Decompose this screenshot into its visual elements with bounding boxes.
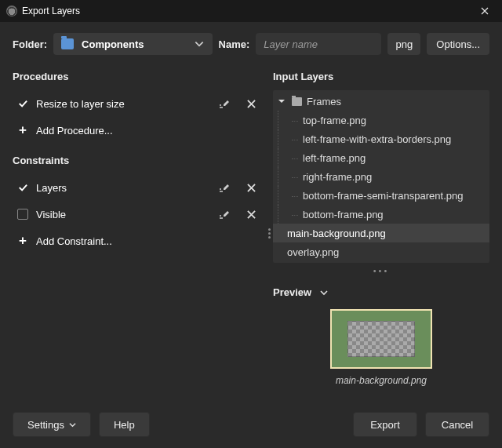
app-icon (6, 5, 17, 16)
tree-item-label: left-frame-with-extra-borders.png (303, 133, 451, 145)
tree-item-label: bottom-frame-semi-transparent.png (303, 190, 463, 202)
tree-item[interactable]: left-frame-with-extra-borders.png (273, 129, 489, 148)
cancel-button[interactable]: Cancel (425, 412, 489, 437)
chevron-down-icon (69, 421, 76, 428)
input-layers-title: Input Layers (273, 71, 489, 82)
procedure-label: Resize to layer size (36, 98, 125, 110)
constraint-label: Visible (36, 209, 66, 220)
tree-item[interactable]: right-frame.png (273, 167, 489, 186)
checkbox-icon[interactable] (17, 98, 28, 109)
tree-item[interactable]: top-frame.png (273, 111, 489, 129)
folder-dropdown[interactable]: Components (53, 33, 213, 55)
tree-item[interactable]: bottom-frame-semi-transparent.png (273, 186, 489, 205)
window-title: Export Layers (22, 5, 80, 16)
plus-icon: + (17, 125, 28, 136)
remove-button[interactable] (240, 177, 262, 199)
tree-item-label: bottom-frame.png (303, 209, 384, 220)
top-row: Folder: Components Name: png Options... (0, 22, 502, 64)
preview-thumbnail (330, 309, 432, 369)
tree-item[interactable]: bottom-frame.png (273, 205, 489, 224)
tree-item-label: left-frame.png (303, 152, 366, 164)
tree-folder-row[interactable]: Frames (273, 92, 489, 111)
pencil-lines-icon (218, 181, 231, 194)
add-constraint-button[interactable]: + Add Constraint... (13, 228, 262, 254)
remove-button[interactable] (240, 203, 262, 225)
remove-button[interactable] (240, 93, 262, 115)
tree-folder-label: Frames (307, 96, 341, 107)
pencil-lines-icon (218, 208, 231, 220)
name-input[interactable] (256, 33, 381, 55)
drag-handle-icon[interactable] (265, 228, 274, 239)
title-bar: Export Layers (0, 0, 502, 22)
plus-icon: + (17, 235, 28, 246)
add-procedure-label: Add Procedure... (36, 125, 113, 137)
procedure-item[interactable]: Resize to layer size (13, 90, 262, 117)
name-label: Name: (219, 38, 250, 50)
procedures-title: Procedures (13, 71, 262, 82)
tree-item[interactable]: left-frame.png (273, 148, 489, 167)
chevron-down-icon (319, 288, 329, 297)
pencil-lines-icon (218, 97, 231, 110)
help-button[interactable]: Help (99, 412, 150, 437)
constraint-item[interactable]: Layers (13, 174, 262, 201)
edit-button[interactable] (213, 203, 235, 225)
layer-tree: Frames top-frame.png left-frame-with-ext… (273, 90, 489, 263)
tree-item-label: right-frame.png (303, 171, 372, 183)
extension-dropdown[interactable]: png (387, 33, 420, 55)
export-button[interactable]: Export (353, 412, 417, 437)
constraint-item[interactable]: Visible (13, 201, 262, 228)
x-icon (247, 210, 256, 219)
x-icon (247, 100, 256, 108)
checkbox-icon[interactable] (17, 209, 28, 220)
tree-item-selected[interactable]: main-background.png (273, 224, 489, 242)
x-icon (247, 184, 256, 192)
folder-value: Components (82, 38, 186, 50)
tree-item-label: top-frame.png (303, 115, 366, 126)
add-constraint-label: Add Constraint... (36, 235, 112, 247)
edit-button[interactable] (213, 177, 235, 199)
more-indicator: ••• (273, 266, 489, 275)
footer: Settings Help Export Cancel (0, 401, 502, 448)
tree-item-label: main-background.png (287, 228, 386, 239)
constraints-title: Constraints (13, 155, 262, 166)
add-procedure-button[interactable]: + Add Procedure... (13, 117, 262, 144)
folder-icon (61, 38, 74, 49)
collapse-icon[interactable] (278, 97, 287, 105)
chevron-down-icon (194, 38, 205, 49)
preview-title: Preview (273, 286, 311, 298)
edit-button[interactable] (213, 93, 235, 115)
checkbox-icon[interactable] (17, 182, 28, 193)
folder-icon (292, 97, 302, 106)
window-close-button[interactable] (469, 1, 500, 21)
constraint-label: Layers (36, 182, 67, 194)
folder-label: Folder: (13, 38, 47, 50)
settings-label: Settings (27, 419, 64, 431)
preview-caption: main-background.png (273, 375, 489, 386)
transparency-checker-icon (347, 321, 415, 357)
preview-header[interactable]: Preview (273, 286, 489, 298)
settings-button[interactable]: Settings (13, 412, 91, 437)
tree-item-label: overlay.png (287, 246, 339, 258)
close-icon (481, 7, 489, 15)
options-button[interactable]: Options... (427, 33, 489, 55)
tree-item[interactable]: overlay.png (273, 242, 489, 261)
